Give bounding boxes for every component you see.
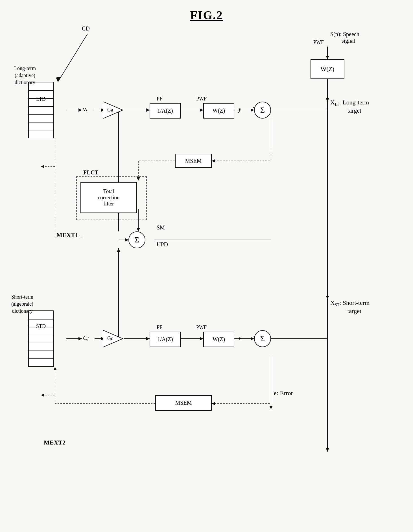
- y-label: y: [239, 106, 241, 113]
- sum3-minus: -: [253, 332, 255, 339]
- svg-marker-31: [125, 238, 128, 242]
- svg-marker-1: [56, 77, 61, 82]
- total-correction-box: Totalcorrectionfilter: [80, 182, 137, 213]
- sum1-minus: -: [253, 104, 255, 110]
- upd-label: UPD: [157, 241, 168, 248]
- svg-marker-23: [212, 159, 215, 163]
- xlt-label: XLT: Long-term target: [330, 99, 369, 114]
- msem2-box: MSEM: [155, 395, 212, 411]
- pwf-top-label: PWF: [313, 40, 324, 45]
- flct-label: FLCT: [83, 169, 98, 176]
- svg-marker-7: [146, 108, 150, 112]
- vi-label: vᵢ: [83, 106, 87, 113]
- pf2-label: PF: [157, 325, 162, 330]
- msem1-box: MSEM: [175, 154, 212, 168]
- svg-marker-54: [212, 402, 215, 405]
- az1-box: 1/A(Z): [150, 103, 181, 119]
- wz1-box: W(Z): [203, 103, 234, 119]
- sm-label: SM: [157, 224, 165, 231]
- wz-top-box: W(Z): [311, 59, 344, 79]
- svg-marker-57: [53, 367, 57, 370]
- diagram-lines: [0, 0, 413, 532]
- svg-marker-62: [117, 248, 120, 252]
- svg-marker-28: [137, 228, 140, 231]
- ga-amplifier: Ga: [103, 102, 124, 119]
- svg-marker-13: [326, 56, 329, 59]
- ltd-box: [28, 82, 54, 138]
- gc-amplifier: Gc: [103, 330, 124, 347]
- svg-line-0: [58, 34, 88, 82]
- svg-marker-43: [146, 337, 150, 340]
- svg-marker-9: [200, 108, 203, 112]
- std-desc: Short-term(algebraic)dictionary: [11, 294, 33, 315]
- ltd-label: LTD: [28, 96, 54, 102]
- az2-box: 1/A(Z): [150, 332, 181, 347]
- mext2-label: MEXT2: [44, 439, 65, 446]
- sn-label: S(n): Speech signal: [330, 31, 359, 44]
- svg-marker-45: [200, 337, 203, 340]
- std-label: STD: [28, 323, 54, 330]
- svg-text:Ga: Ga: [107, 107, 113, 113]
- svg-marker-59: [41, 393, 44, 397]
- sum3-circle: Σ: [254, 330, 271, 347]
- e-label: e: Error: [274, 389, 293, 397]
- sum2-circle: Σ: [128, 231, 145, 248]
- sum1-circle: Σ: [254, 102, 271, 119]
- svg-marker-35: [41, 165, 44, 168]
- svg-marker-51: [269, 406, 273, 409]
- pf1-label: PF: [157, 96, 162, 102]
- svg-marker-3: [78, 108, 82, 112]
- mext1-label: MEXT1: [56, 231, 78, 239]
- diagram-container: FIG.2: [0, 0, 413, 532]
- svg-marker-15: [326, 98, 329, 102]
- figure-title: FIG.2: [190, 8, 223, 22]
- wz2-box: W(Z): [203, 332, 234, 347]
- cj-label: Cⱼ: [83, 334, 88, 341]
- svg-text:Gc: Gc: [107, 336, 113, 341]
- std-box: [28, 310, 54, 367]
- xst-label: XST: Short-term target: [330, 299, 370, 315]
- svg-marker-64: [326, 448, 329, 452]
- cd-label: CD: [82, 25, 90, 32]
- pwf1-label: PWF: [196, 96, 207, 102]
- v-label: v: [239, 334, 241, 341]
- svg-marker-19: [326, 296, 329, 299]
- pwf2-label: PWF: [196, 325, 207, 330]
- ltd-desc: Long-term(adaptive)dictionary: [14, 65, 36, 86]
- svg-marker-39: [78, 337, 82, 340]
